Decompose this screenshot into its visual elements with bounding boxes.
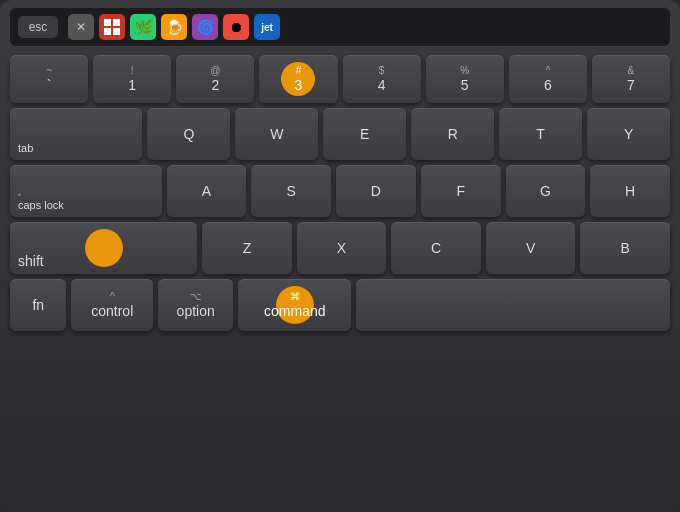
touchbar-app-beer[interactable]: 🍺: [161, 14, 187, 40]
key-5[interactable]: % 5: [426, 55, 504, 103]
key-fn[interactable]: fn: [10, 279, 66, 331]
key-control[interactable]: ^ control: [71, 279, 153, 331]
touch-bar: esc ✕ 🌿 🍺 🌀 ⏺ jet: [10, 8, 670, 46]
key-g[interactable]: G: [506, 165, 586, 217]
key-tab[interactable]: tab: [10, 108, 142, 160]
touchbar-app-record[interactable]: ⏺: [223, 14, 249, 40]
key-4[interactable]: $ 4: [343, 55, 421, 103]
key-s[interactable]: S: [251, 165, 331, 217]
key-2[interactable]: @ 2: [176, 55, 254, 103]
svg-rect-2: [104, 28, 111, 35]
key-w[interactable]: W: [235, 108, 318, 160]
key-backtick[interactable]: ~ `: [10, 55, 88, 103]
key-command[interactable]: ⌘ command: [238, 279, 351, 331]
key-d[interactable]: D: [336, 165, 416, 217]
touchbar-app-redgrid[interactable]: [99, 14, 125, 40]
svg-rect-1: [113, 19, 120, 26]
esc-key[interactable]: esc: [18, 16, 58, 38]
key-caps-lock[interactable]: • caps lock: [10, 165, 162, 217]
key-1[interactable]: ! 1: [93, 55, 171, 103]
key-f[interactable]: F: [421, 165, 501, 217]
key-r[interactable]: R: [411, 108, 494, 160]
key-h[interactable]: H: [590, 165, 670, 217]
touchbar-app-leaf[interactable]: 🌿: [130, 14, 156, 40]
number-row: ~ ` ! 1 @ 2 # 3 $ 4 % 5: [10, 55, 670, 103]
touchbar-app-jetbrains[interactable]: jet: [254, 14, 280, 40]
key-3[interactable]: # 3: [259, 55, 337, 103]
svg-rect-0: [104, 19, 111, 26]
bottom-row: fn ^ control ⌥ option ⌘ command: [10, 279, 670, 331]
key-x[interactable]: X: [297, 222, 387, 274]
keyboard-container: esc ✕ 🌿 🍺 🌀 ⏺ jet ~ `: [0, 0, 680, 512]
key-a[interactable]: A: [167, 165, 247, 217]
touchbar-close-btn[interactable]: ✕: [68, 14, 94, 40]
key-shift-left[interactable]: shift: [10, 222, 197, 274]
keyboard-rows: ~ ` ! 1 @ 2 # 3 $ 4 % 5: [10, 55, 670, 500]
touchbar-apps: ✕ 🌿 🍺 🌀 ⏺ jet: [64, 14, 662, 40]
key-z[interactable]: Z: [202, 222, 292, 274]
qwerty-row: tab Q W E R T Y: [10, 108, 670, 160]
key-e[interactable]: E: [323, 108, 406, 160]
key-q[interactable]: Q: [147, 108, 230, 160]
zxcv-row: shift Z X C V B: [10, 222, 670, 274]
key-7[interactable]: & 7: [592, 55, 670, 103]
key-y[interactable]: Y: [587, 108, 670, 160]
key-c[interactable]: C: [391, 222, 481, 274]
key-b[interactable]: B: [580, 222, 670, 274]
key-6[interactable]: ^ 6: [509, 55, 587, 103]
touchbar-app-spiral[interactable]: 🌀: [192, 14, 218, 40]
svg-rect-3: [113, 28, 120, 35]
key-space[interactable]: [356, 279, 670, 331]
key-t[interactable]: T: [499, 108, 582, 160]
shift-highlight: [85, 229, 123, 267]
key-v[interactable]: V: [486, 222, 576, 274]
asdf-row: • caps lock A S D F G H: [10, 165, 670, 217]
key-option[interactable]: ⌥ option: [158, 279, 233, 331]
